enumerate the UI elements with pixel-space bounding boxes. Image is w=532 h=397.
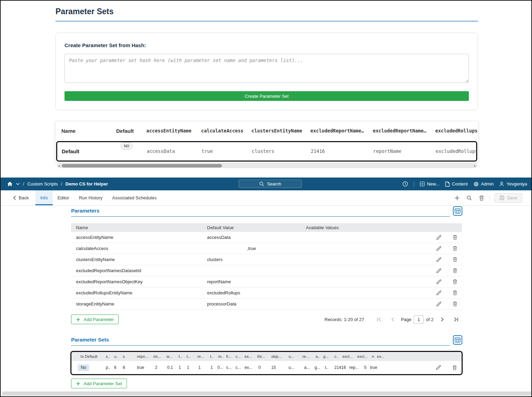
scroll-right-arrow[interactable]: ▸ <box>474 163 476 168</box>
edit-parameter-button[interactable] <box>435 233 443 242</box>
edit-parameter-button[interactable] <box>435 256 443 264</box>
parameters-column-settings-button[interactable] <box>453 206 462 216</box>
column-header: re... <box>302 352 309 361</box>
add-icon-button[interactable] <box>453 194 461 202</box>
hash-table-row[interactable]: DefaultNOaccessDatatrueclusters21416repo… <box>56 141 477 162</box>
chevron-down-icon[interactable] <box>16 183 20 185</box>
delete-parameter-set-button[interactable] <box>451 363 459 372</box>
delete-parameter-button[interactable] <box>451 256 459 264</box>
column-header: c... <box>235 352 241 361</box>
admin-button-label: Admin <box>481 181 494 187</box>
tab-editor[interactable]: Editor <box>53 190 74 205</box>
tab-info[interactable]: Info <box>35 190 53 205</box>
delete-parameter-button[interactable] <box>451 267 459 275</box>
cell-value: c... <box>235 361 241 374</box>
save-button[interactable]: Save <box>495 193 522 203</box>
horizontal-scrollbar[interactable]: ◂ ▸ <box>57 163 477 168</box>
page-input[interactable] <box>414 315 423 324</box>
breadcrumb-custom-scripts[interactable]: Custom Scripts <box>27 181 58 187</box>
cell-value: accessData <box>147 142 175 161</box>
scrollbar-thumb[interactable] <box>62 164 222 167</box>
global-search-input[interactable]: Search <box>239 180 302 188</box>
edit-parameter-button[interactable] <box>435 300 443 308</box>
parameter-sets-row[interactable]: Nop..66true20.111110...s...c...ex...015u… <box>71 361 462 374</box>
parameter-row[interactable]: excludedReportNamesDatasetId <box>71 265 462 276</box>
person-icon <box>499 181 504 187</box>
hash-table-header: NameDefaultaccessEntityNamecalculateAcce… <box>55 121 478 140</box>
cell-value: 21416 <box>311 142 325 161</box>
first-page-button[interactable] <box>377 317 382 322</box>
chevron-left-icon <box>13 196 16 200</box>
create-parameter-set-button[interactable]: Create Parameter Set <box>65 91 469 101</box>
delete-parameter-button[interactable] <box>451 233 459 242</box>
cell-value: 0.1 <box>167 361 173 374</box>
parameters-title-text: Parameters <box>71 208 100 214</box>
parameter-set-name: Default <box>62 142 79 161</box>
edit-parameter-set-button[interactable] <box>434 363 443 372</box>
content-button[interactable]: Content <box>445 181 468 187</box>
parameter-row[interactable]: storageEntityNameprocessorData <box>71 299 462 310</box>
column-header: u... <box>289 352 294 361</box>
parameter-row[interactable]: clustersEntityNameclusters <box>71 254 462 265</box>
home-icon[interactable] <box>7 181 13 187</box>
column-header: s.. <box>106 352 110 361</box>
prev-page-button[interactable] <box>391 317 394 322</box>
scroll-left-arrow[interactable]: ◂ <box>58 163 60 168</box>
new-plus-icon <box>420 181 425 187</box>
column-header: Is Default <box>80 352 97 361</box>
column-header: t... <box>187 352 191 361</box>
breadcrumb-current[interactable]: Demo CS for Helper <box>65 181 108 187</box>
delete-parameter-button[interactable] <box>451 278 459 286</box>
new-button[interactable]: New... <box>420 181 439 187</box>
parameter-row[interactable]: excludedRollupsEntityNameexcludedRollups <box>71 287 462 299</box>
navbar-divider <box>414 181 414 187</box>
secondary-toolbar: Back Info Editor Run History Associated … <box>1 190 531 206</box>
parameter-sets-table: Is Defaults..u..srepo...mi...w...t..t...… <box>70 351 463 375</box>
parameter-row[interactable]: calculateAccess,true <box>71 243 462 254</box>
user-menu[interactable]: Yevgeniya <box>499 181 527 187</box>
cell-value: s... <box>226 361 232 374</box>
new-button-label: New... <box>427 181 439 187</box>
edit-parameter-button[interactable] <box>435 289 443 297</box>
search-icon <box>259 181 264 187</box>
search-icon-button[interactable] <box>465 194 473 202</box>
parameters-actions-row: Add Parameter Records: 1-20 of 27 Page o… <box>71 314 462 324</box>
last-page-button[interactable] <box>453 317 458 322</box>
parameter-row[interactable]: accessEntityNameaccessData <box>71 232 462 243</box>
edit-parameter-button[interactable] <box>435 244 443 253</box>
column-header: calculateAccess <box>201 121 243 140</box>
parameter-row[interactable]: excludedReportNamesObjectKeyreportName <box>71 276 462 287</box>
save-icon <box>499 195 505 200</box>
top-navbar: / Custom Scripts / Demo CS for Helper Se… <box>1 178 531 190</box>
delete-parameter-button[interactable] <box>451 300 459 308</box>
hash-textarea[interactable] <box>65 54 469 83</box>
column-header: w... <box>166 352 172 361</box>
cell-value: 6 <box>114 361 117 374</box>
column-header: g... <box>323 352 329 361</box>
parameters-table-header: Name Default Value Available Values <box>71 223 462 232</box>
parameter-default-value: processorData <box>207 299 237 310</box>
recents-icon[interactable] <box>402 181 408 187</box>
add-parameter-set-button[interactable]: Add Parameter Set <box>71 379 127 388</box>
cell-value: 1 <box>187 361 189 374</box>
add-parameter-button[interactable]: Add Parameter <box>71 314 119 324</box>
title-underline <box>55 21 478 21</box>
delete-icon-button[interactable] <box>478 194 485 202</box>
cell-value: 2 <box>155 361 157 374</box>
cell-value: excludedRollups <box>436 142 478 161</box>
table-grid-icon <box>455 208 461 214</box>
edit-parameter-button[interactable] <box>435 267 443 275</box>
delete-parameter-button[interactable] <box>451 289 459 297</box>
tab-run-history[interactable]: Run History <box>74 190 108 205</box>
cell-value: 15 <box>271 361 276 374</box>
column-header-name: Name <box>76 223 88 232</box>
parameter-default-value: excludedRollups <box>207 287 240 299</box>
pagination: Records: 1-20 of 27 Page of 2 <box>325 315 462 324</box>
parameter-sets-column-settings-button[interactable] <box>453 335 462 345</box>
back-button[interactable]: Back <box>13 190 29 205</box>
admin-button[interactable]: Admin <box>473 181 494 187</box>
tab-associated-schedules[interactable]: Associated Schedules <box>108 190 162 205</box>
next-page-button[interactable] <box>441 317 444 322</box>
delete-parameter-button[interactable] <box>451 244 459 253</box>
edit-parameter-button[interactable] <box>435 278 443 286</box>
